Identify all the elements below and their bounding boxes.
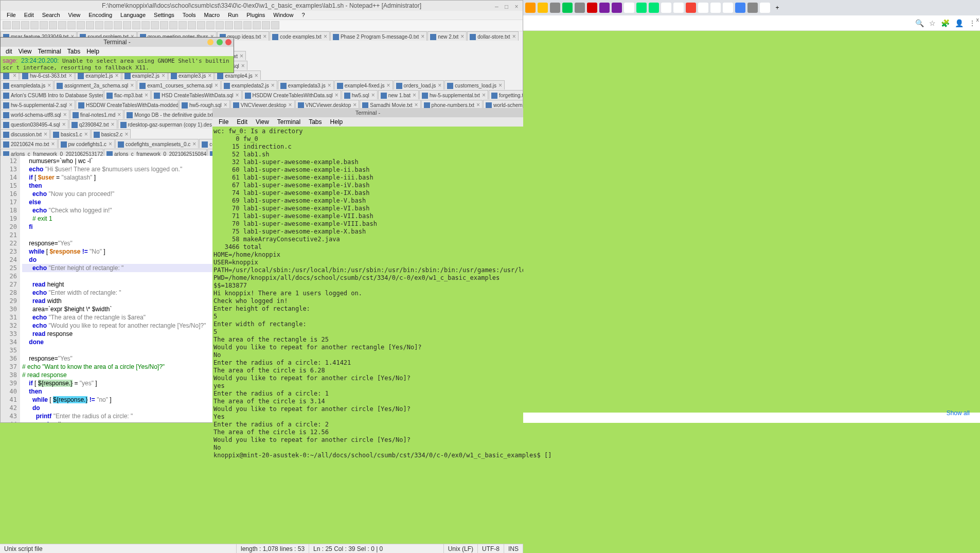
toolbar-btn-25[interactable] bbox=[234, 21, 242, 29]
toolbar-btn-12[interactable] bbox=[114, 21, 122, 29]
terminal2-menubar[interactable]: FileEditViewTerminalTabsHelp bbox=[212, 117, 523, 127]
toolbar-btn-17[interactable] bbox=[160, 21, 168, 29]
term1-menu-Tabs[interactable]: Tabs bbox=[64, 47, 83, 56]
term2-menu-Tabs[interactable]: Tabs bbox=[305, 117, 326, 127]
bookmark-icon[interactable]: ☆ bbox=[929, 19, 936, 27]
tab-close-icon[interactable]: × bbox=[68, 72, 72, 79]
toolbar-btn-6[interactable] bbox=[58, 21, 66, 29]
tab-close-icon[interactable]: × bbox=[47, 82, 51, 89]
tab-close-icon[interactable]: × bbox=[224, 101, 227, 109]
tab-close-icon[interactable]: × bbox=[13, 72, 16, 79]
term2-menu-View[interactable]: View bbox=[252, 117, 273, 127]
file-tab[interactable]: flac-mp3.bat× bbox=[104, 90, 151, 99]
tab-close-icon[interactable]: × bbox=[145, 92, 148, 99]
file-tab[interactable]: discussion.txt× bbox=[1, 129, 50, 138]
browser-tab-19[interactable] bbox=[760, 3, 770, 13]
menu-file[interactable]: File bbox=[3, 11, 20, 19]
term1-menu-Help[interactable]: Help bbox=[83, 47, 102, 56]
minimize-icon[interactable] bbox=[207, 39, 213, 45]
file-tab[interactable]: codefights_examplesets_0.c× bbox=[115, 139, 199, 148]
file-tab[interactable]: final-notes1.md× bbox=[70, 110, 123, 119]
tab-close-icon[interactable]: × bbox=[162, 72, 165, 79]
tab-close-icon[interactable]: × bbox=[192, 140, 196, 148]
newtab-button[interactable]: + bbox=[772, 3, 782, 13]
file-tab[interactable]: q2390842.txt× bbox=[69, 119, 117, 129]
file-tab[interactable]: exampledata2.js× bbox=[221, 80, 277, 90]
browser-viewport[interactable]: Show all bbox=[523, 31, 980, 413]
menu-encoding[interactable]: Encoding bbox=[84, 11, 116, 19]
tab-close-icon[interactable]: × bbox=[215, 82, 218, 89]
file-tab[interactable]: pw codefights1.c× bbox=[58, 139, 115, 148]
browser-tab-1[interactable] bbox=[538, 3, 548, 13]
tab-close-icon[interactable]: × bbox=[415, 101, 418, 109]
file-tab[interactable]: Phase 2 Program 5-message-0.txt× bbox=[330, 31, 427, 41]
file-tab[interactable]: rdesktop-gaz-superman (copy 1).des× bbox=[118, 119, 220, 129]
file-tab[interactable]: new 1.bat× bbox=[378, 90, 419, 99]
toolbar-btn-26[interactable] bbox=[243, 21, 252, 29]
tab-close-icon[interactable]: × bbox=[421, 33, 424, 40]
file-tab[interactable]: HSD CreateTablesWithData.sql× bbox=[151, 90, 242, 99]
tab-close-icon[interactable]: × bbox=[255, 72, 258, 79]
term2-menu-Terminal[interactable]: Terminal bbox=[273, 117, 305, 127]
browser-tab-16[interactable] bbox=[723, 3, 733, 13]
tab-close-icon[interactable]: × bbox=[335, 92, 338, 99]
toolbar-btn-21[interactable] bbox=[197, 21, 205, 29]
menu-language[interactable]: Language bbox=[116, 11, 150, 19]
file-tab[interactable]: forgetting.txt× bbox=[489, 90, 523, 99]
tab-close-icon[interactable]: × bbox=[413, 92, 416, 99]
tab-close-icon[interactable]: × bbox=[124, 131, 128, 138]
toolbar-btn-22[interactable] bbox=[206, 21, 215, 29]
toolbar-btn-23[interactable] bbox=[216, 21, 224, 29]
toolbar-btn-19[interactable] bbox=[179, 21, 187, 29]
tab-close-icon[interactable]: × bbox=[263, 33, 266, 40]
infobar-close[interactable]: x bbox=[976, 16, 979, 23]
toolbar-btn-0[interactable] bbox=[3, 21, 11, 29]
close-icon[interactable] bbox=[225, 39, 231, 45]
file-tab[interactable]: exampledata.js× bbox=[1, 80, 54, 90]
profile-icon[interactable]: 👤 bbox=[955, 19, 964, 27]
tab-close-icon[interactable]: × bbox=[460, 33, 464, 40]
minimize-icon[interactable]: – bbox=[493, 2, 500, 9]
toolbar-btn-10[interactable] bbox=[95, 21, 103, 29]
file-tab[interactable]: exampledata3.js× bbox=[278, 80, 334, 90]
file-tab[interactable]: new 2.txt× bbox=[427, 31, 467, 41]
tab-close-icon[interactable]: × bbox=[62, 121, 66, 128]
toolbar-btn-7[interactable] bbox=[67, 21, 76, 29]
browser-tab-3[interactable] bbox=[562, 3, 573, 13]
file-tab[interactable]: HSDDW CreateTablesWithData-modded-for-hw… bbox=[76, 100, 179, 109]
close-icon[interactable]: × bbox=[513, 2, 520, 9]
tab-close-icon[interactable]: × bbox=[512, 33, 516, 40]
file-tab[interactable]: hw5.sql× bbox=[342, 90, 378, 99]
browser-tab-15[interactable] bbox=[710, 3, 721, 13]
tab-close-icon[interactable]: × bbox=[387, 82, 390, 89]
browser-tab-4[interactable] bbox=[575, 3, 585, 13]
file-tab[interactable]: hw-5-supplemental.txt× bbox=[419, 90, 488, 99]
menu-?[interactable]: ? bbox=[297, 11, 309, 19]
term1-menu-Terminal[interactable]: Terminal bbox=[34, 47, 64, 56]
file-tab[interactable]: question038495-4.sql× bbox=[1, 119, 68, 129]
menu-settings[interactable]: Settings bbox=[150, 11, 179, 19]
toolbar-btn-13[interactable] bbox=[123, 21, 131, 29]
file-tab[interactable]: orders_load.js× bbox=[394, 80, 444, 90]
browser-tab-9[interactable] bbox=[636, 3, 647, 13]
browser-tab-0[interactable] bbox=[525, 3, 536, 13]
maximize-icon[interactable] bbox=[217, 39, 223, 45]
terminal1-menubar[interactable]: ditViewTerminalTabsHelp bbox=[1, 47, 234, 56]
file-tab[interactable]: assignment_2a_schema.sql× bbox=[54, 80, 136, 90]
file-tab[interactable]: basics1.c× bbox=[50, 129, 91, 138]
toolbar-btn-9[interactable] bbox=[86, 21, 94, 29]
tab-close-icon[interactable]: × bbox=[109, 140, 112, 148]
tab-close-icon[interactable]: × bbox=[44, 131, 47, 138]
browser-tab-17[interactable] bbox=[735, 3, 745, 13]
tab-close-icon[interactable]: × bbox=[438, 82, 441, 89]
browser-tab-14[interactable] bbox=[698, 3, 708, 13]
toolbar[interactable] bbox=[1, 20, 523, 31]
toolbar-btn-16[interactable] bbox=[151, 21, 159, 29]
browser-tab-2[interactable] bbox=[550, 3, 560, 13]
toolbar-btn-5[interactable] bbox=[49, 21, 57, 29]
menu-tools[interactable]: Tools bbox=[179, 11, 200, 19]
tab-close-icon[interactable]: × bbox=[117, 111, 121, 118]
file-tab[interactable]: dollar-store.txt× bbox=[467, 31, 518, 41]
tab-close-icon[interactable]: × bbox=[84, 131, 88, 138]
tab-close-icon[interactable]: × bbox=[289, 101, 292, 109]
